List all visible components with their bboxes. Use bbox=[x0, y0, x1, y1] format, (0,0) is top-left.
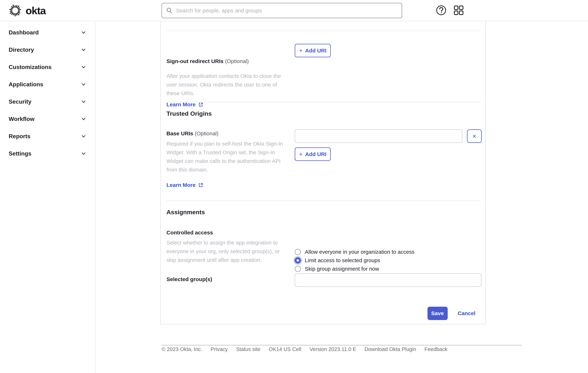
footer-copyright: © 2023 Okta, Inc. bbox=[162, 346, 202, 352]
remove-uri-button[interactable]: × bbox=[467, 129, 482, 143]
sidebar-item-label: Applications bbox=[9, 81, 43, 88]
add-uri-label: Add URI bbox=[305, 151, 326, 157]
search-input[interactable] bbox=[162, 3, 402, 18]
sidebar-item-label: Workflow bbox=[9, 116, 34, 122]
plus-icon: + bbox=[299, 151, 303, 158]
base-uris-description: Required if you plan to self-host the Ok… bbox=[167, 139, 284, 174]
trusted-origins-heading: Trusted Origins bbox=[167, 110, 212, 117]
controlled-access-radio-group: Allow everyone in your organization to a… bbox=[295, 248, 415, 273]
external-link-icon bbox=[198, 182, 203, 188]
field-label-text: Base URIs bbox=[167, 130, 193, 136]
sidebar-item-applications[interactable]: Applications bbox=[0, 76, 95, 93]
radio-label: Skip group assignment for now bbox=[305, 266, 379, 272]
global-search bbox=[162, 3, 402, 18]
learn-more-text: Learn More bbox=[167, 182, 196, 188]
section-divider bbox=[167, 201, 481, 201]
section-divider bbox=[167, 31, 481, 31]
signout-add-uri-button[interactable]: + Add URI bbox=[295, 44, 331, 57]
selected-groups-label: Selected group(s) bbox=[167, 276, 212, 282]
field-label-text: Selected group(s) bbox=[167, 276, 212, 282]
sidebar-item-settings[interactable]: Settings bbox=[0, 145, 95, 162]
top-bar: okta bbox=[0, 0, 588, 21]
chevron-down-icon bbox=[81, 64, 86, 70]
signout-learn-more-link[interactable]: Learn More bbox=[167, 101, 203, 107]
controlled-access-description: Select whether to assign the app integra… bbox=[167, 238, 284, 264]
radio-limit-access[interactable]: Limit access to selected groups bbox=[295, 256, 415, 265]
chevron-down-icon bbox=[81, 133, 86, 139]
footer: © 2023 Okta, Inc. Privacy Status site OK… bbox=[162, 346, 447, 352]
trusted-add-uri-button[interactable]: + Add URI bbox=[295, 147, 331, 161]
radio-label: Limit access to selected groups bbox=[305, 257, 380, 263]
footer-cell-label: OK14 US Cell bbox=[269, 346, 301, 352]
chevron-down-icon bbox=[81, 30, 86, 35]
help-icon[interactable] bbox=[436, 5, 446, 15]
radio-button-icon bbox=[295, 257, 301, 263]
controlled-access-label: Controlled access bbox=[167, 230, 213, 236]
chevron-down-icon bbox=[81, 116, 86, 122]
sidebar-item-label: Dashboard bbox=[9, 29, 39, 36]
form-actions: Save Cancel bbox=[428, 307, 475, 320]
chevron-down-icon bbox=[81, 47, 86, 53]
add-uri-label: Add URI bbox=[305, 48, 326, 54]
radio-label: Allow everyone in your organization to a… bbox=[305, 249, 415, 255]
sidebar-item-customizations[interactable]: Customizations bbox=[0, 58, 95, 76]
sidebar-item-security[interactable]: Security bbox=[0, 93, 95, 110]
radio-button-icon bbox=[295, 249, 301, 255]
sidebar-item-dashboard[interactable]: Dashboard bbox=[0, 24, 95, 41]
optional-tag: (Optional) bbox=[195, 130, 219, 136]
radio-allow-everyone[interactable]: Allow everyone in your organization to a… bbox=[295, 248, 415, 256]
okta-aura-icon bbox=[9, 4, 21, 17]
external-link-icon bbox=[198, 102, 203, 107]
sidebar-item-label: Customizations bbox=[9, 64, 52, 70]
apps-grid-icon[interactable] bbox=[454, 5, 464, 15]
okta-logo[interactable]: okta bbox=[9, 4, 46, 17]
optional-tag: (Optional) bbox=[225, 58, 249, 64]
chevron-down-icon bbox=[81, 151, 86, 156]
save-button[interactable]: Save bbox=[428, 307, 448, 320]
search-icon bbox=[166, 7, 173, 14]
base-uris-label: Base URIs (Optional) bbox=[167, 130, 218, 137]
field-label-text: Sign-out redirect URIs bbox=[167, 58, 224, 64]
learn-more-text: Learn More bbox=[167, 101, 196, 107]
radio-button-icon bbox=[295, 266, 301, 272]
signout-redirect-uris-label: Sign-out redirect URIs (Optional) bbox=[167, 58, 249, 64]
sidebar-item-label: Settings bbox=[9, 150, 31, 157]
okta-logo-text: okta bbox=[26, 4, 46, 17]
chevron-down-icon bbox=[81, 99, 86, 105]
sidebar-item-label: Reports bbox=[9, 133, 31, 140]
sidebar-item-reports[interactable]: Reports bbox=[0, 128, 95, 145]
sidebar-item-label: Directory bbox=[9, 46, 34, 53]
sidebar-nav: Dashboard Directory Customizations Appli… bbox=[0, 21, 95, 373]
footer-link-feedback[interactable]: Feedback bbox=[424, 346, 447, 352]
base-uri-input[interactable] bbox=[295, 129, 462, 143]
assignments-heading: Assignments bbox=[167, 209, 205, 216]
sidebar-item-label: Security bbox=[9, 98, 31, 105]
cancel-button[interactable]: Cancel bbox=[458, 310, 475, 316]
plus-icon: + bbox=[299, 47, 303, 54]
chevron-down-icon bbox=[81, 81, 86, 87]
sidebar-item-directory[interactable]: Directory bbox=[0, 41, 95, 58]
radio-skip-assignment[interactable]: Skip group assignment for now bbox=[295, 265, 415, 273]
sidebar-item-workflow[interactable]: Workflow bbox=[0, 110, 95, 128]
section-divider bbox=[167, 102, 481, 102]
footer-link-download-plugin[interactable]: Download Okta Plugin bbox=[364, 346, 416, 352]
field-label-text: Controlled access bbox=[167, 230, 213, 235]
signout-redirect-uris-description: After your application contacts Okta to … bbox=[167, 72, 284, 98]
app-settings-card: Sign-out redirect URIs (Optional) After … bbox=[160, 21, 486, 324]
selected-groups-input[interactable] bbox=[295, 273, 481, 287]
footer-version-label: Version 2023.11.0 E bbox=[309, 346, 356, 352]
footer-link-privacy[interactable]: Privacy bbox=[210, 346, 228, 352]
footer-divider bbox=[162, 345, 522, 345]
trusted-learn-more-link[interactable]: Learn More bbox=[167, 182, 203, 188]
footer-link-status-site[interactable]: Status site bbox=[236, 346, 260, 352]
